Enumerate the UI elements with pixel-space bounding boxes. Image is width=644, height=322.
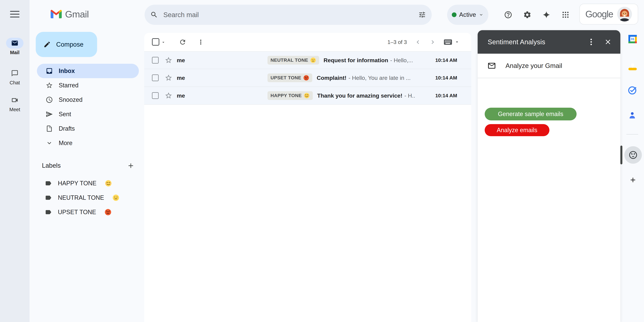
sentiment-chip: NEUTRAL TONE: [268, 56, 319, 64]
sidebar-item-drafts[interactable]: Drafts: [37, 122, 139, 136]
sidebar-item-more[interactable]: More: [37, 136, 139, 150]
smiling-face-emoji: [105, 180, 112, 187]
star-toggle[interactable]: [165, 74, 172, 82]
label-tag-icon: [45, 194, 52, 201]
search-input[interactable]: [163, 11, 418, 18]
keep-button[interactable]: [628, 62, 637, 70]
caret-down-icon: [454, 40, 460, 44]
email-snippet: - H..: [404, 92, 415, 99]
sentiment-addon-icon: [628, 150, 638, 160]
get-addons-button[interactable]: [629, 176, 637, 184]
label-item-neutral-tone[interactable]: NEUTRAL TONE: [37, 190, 139, 205]
list-toolbar: 1–3 of 3: [144, 33, 471, 51]
gmail-logo[interactable]: Gmail: [51, 9, 89, 20]
row-checkbox[interactable]: [152, 92, 159, 99]
settings-gear-icon: [523, 10, 532, 19]
email-row[interactable]: me NEUTRAL TONE Request for information …: [144, 51, 471, 69]
status-chip-active[interactable]: Active: [447, 5, 488, 25]
active-status-label: Active: [459, 11, 476, 18]
email-snippet: - Hello,...: [390, 57, 413, 64]
mail-pill: [6, 38, 24, 48]
rail-item-label: Meet: [0, 107, 30, 112]
email-subject: Complaint!: [317, 75, 346, 81]
addon-panel: Sentiment Analysis Analyze your Gmail Ge…: [478, 30, 620, 322]
keyboard-icon: [444, 39, 452, 45]
label-tag-icon: [45, 180, 52, 187]
chip-label: NEUTRAL TONE: [270, 58, 308, 63]
google-wordmark: Google: [585, 9, 613, 20]
input-method-button[interactable]: [444, 39, 460, 45]
contacts-button[interactable]: [628, 111, 637, 120]
chat-pill: [6, 68, 24, 79]
sentiment-addon-button[interactable]: [624, 146, 642, 164]
label-name: UPSET TONE: [58, 209, 96, 216]
email-row[interactable]: me UPSET TONE Complaint! - Hello, You ar…: [144, 69, 471, 87]
rail-item-mail[interactable]: Mail: [0, 38, 30, 55]
label-tag-icon: [45, 209, 52, 216]
tasks-button[interactable]: [628, 86, 637, 96]
sidebar-item-sent[interactable]: Sent: [37, 107, 139, 122]
neutral-face-emoji: [310, 57, 316, 63]
sender-name: me: [177, 75, 268, 81]
gmail-m-icon: [51, 10, 62, 18]
sidebar-item-starred[interactable]: Starred: [37, 78, 139, 92]
generate-sample-emails-button[interactable]: Generate sample emails: [485, 108, 576, 120]
email-time: 10:14 AM: [435, 57, 457, 63]
analyze-gmail-row: Analyze your Gmail: [478, 54, 620, 78]
select-dropdown-button[interactable]: [161, 40, 166, 44]
compose-label: Compose: [56, 41, 84, 48]
smiling-face-emoji: [304, 92, 310, 98]
panel-menu-button[interactable]: [588, 37, 595, 46]
more-options-button[interactable]: [197, 38, 204, 46]
settings-button[interactable]: [522, 10, 532, 20]
chevron-left-icon: [414, 38, 422, 46]
row-checkbox[interactable]: [152, 57, 159, 64]
neutral-face-emoji: [112, 194, 120, 201]
email-row[interactable]: me HAPPY TONE Thank you for amazing serv…: [144, 87, 471, 105]
label-item-happy-tone[interactable]: HAPPY TONE: [37, 176, 139, 190]
inbox-icon: [46, 67, 53, 75]
pencil-icon: [44, 41, 51, 48]
rail-item-meet[interactable]: Meet: [0, 95, 30, 112]
panel-title: Sentiment Analysis: [488, 38, 545, 46]
search-options-button[interactable]: [418, 11, 426, 18]
star-toggle[interactable]: [165, 56, 172, 64]
analyze-emails-button[interactable]: Analyze emails: [485, 124, 550, 136]
add-label-button[interactable]: [126, 161, 135, 170]
email-subject: Request for information: [324, 57, 388, 64]
hamburger-menu-button[interactable]: [10, 10, 20, 18]
email-time: 10:14 AM: [435, 75, 457, 81]
sidebar-item-inbox[interactable]: Inbox: [37, 64, 139, 78]
select-all-checkbox[interactable]: [152, 38, 159, 46]
star-toggle[interactable]: [165, 92, 172, 100]
plus-icon: [629, 176, 637, 184]
close-icon: [604, 38, 612, 46]
compose-button[interactable]: Compose: [36, 32, 97, 57]
gemini-button[interactable]: [541, 10, 552, 20]
sidebar-item-label: Sent: [59, 111, 71, 118]
star-icon: [165, 74, 172, 82]
email-subject: Thank you for amazing service!: [317, 92, 402, 99]
label-item-upset-tone[interactable]: UPSET TONE: [37, 205, 139, 219]
sidebar-item-snoozed[interactable]: Snoozed: [37, 92, 139, 107]
panel-close-button[interactable]: [604, 38, 612, 46]
gmail-wordmark: Gmail: [65, 9, 89, 20]
apps-grid-button[interactable]: [560, 10, 570, 20]
label-name: HAPPY TONE: [58, 180, 96, 187]
help-button[interactable]: [503, 10, 513, 20]
sender-name: me: [177, 57, 268, 64]
rail-item-chat[interactable]: Chat: [0, 68, 30, 86]
next-page-button[interactable]: [429, 38, 436, 46]
row-checkbox[interactable]: [152, 74, 159, 81]
rail-item-label: Chat: [0, 80, 30, 86]
search-icon[interactable]: [150, 11, 158, 18]
previous-page-button[interactable]: [414, 38, 422, 46]
chat-icon: [11, 70, 18, 77]
help-icon: [504, 10, 512, 19]
refresh-button[interactable]: [179, 38, 186, 46]
refresh-icon: [179, 38, 186, 46]
envelope-icon: [487, 62, 496, 70]
active-addon-indicator: [620, 146, 622, 164]
plus-icon: [127, 162, 135, 170]
chevron-right-icon: [429, 38, 436, 46]
